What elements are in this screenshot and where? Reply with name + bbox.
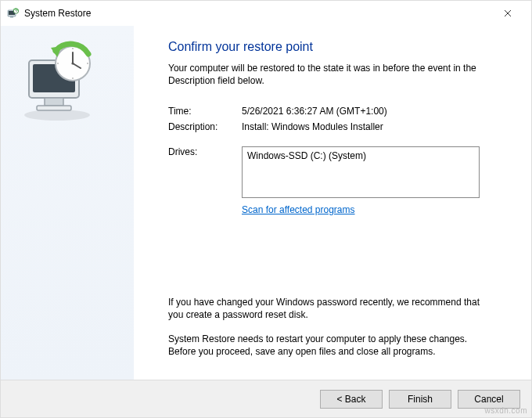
cancel-button[interactable]: Cancel xyxy=(458,390,520,409)
time-row: Time: 5/26/2021 6:36:27 AM (GMT+1:00) xyxy=(168,106,508,117)
restore-illustration-icon xyxy=(10,114,112,125)
svg-point-17 xyxy=(57,63,59,64)
drives-listbox[interactable]: Windows-SSD (C:) (System) xyxy=(242,146,480,198)
description-row: Description: Install: Windows Modules In… xyxy=(168,121,508,132)
finish-button[interactable]: Finish xyxy=(389,390,451,409)
watermark: wsxdn.com xyxy=(484,406,527,415)
restart-note: System Restore needs to restart your com… xyxy=(168,333,489,358)
svg-rect-2 xyxy=(10,16,13,18)
description-value: Install: Windows Modules Installer xyxy=(242,121,508,132)
wizard-footer: < Back Finish Cancel xyxy=(1,380,531,417)
wizard-main: Confirm your restore point Your computer… xyxy=(134,26,531,380)
page-subtext: Your computer will be restored to the st… xyxy=(168,62,489,87)
password-note: If you have changed your Windows passwor… xyxy=(168,296,489,321)
page-heading: Confirm your restore point xyxy=(168,40,508,54)
svg-point-16 xyxy=(72,77,74,79)
system-restore-window: System Restore xyxy=(0,0,532,418)
svg-point-14 xyxy=(72,48,74,49)
drives-label: Drives: xyxy=(168,146,242,198)
svg-rect-8 xyxy=(45,98,63,106)
wizard-body: Confirm your restore point Your computer… xyxy=(1,26,531,380)
time-label: Time: xyxy=(168,106,242,117)
scan-affected-programs-link[interactable]: Scan for affected programs xyxy=(242,204,355,215)
wizard-sidebar xyxy=(1,26,134,380)
svg-rect-9 xyxy=(37,106,71,110)
back-button[interactable]: < Back xyxy=(320,390,383,409)
drives-row: Drives: Windows-SSD (C:) (System) xyxy=(168,146,508,198)
notes-section: If you have changed your Windows passwor… xyxy=(168,296,508,369)
svg-point-5 xyxy=(24,110,90,121)
titlebar: System Restore xyxy=(1,1,531,26)
drive-item[interactable]: Windows-SSD (C:) (System) xyxy=(247,150,474,161)
svg-point-15 xyxy=(87,63,88,64)
time-value: 5/26/2021 6:36:27 AM (GMT+1:00) xyxy=(242,106,508,117)
description-label: Description: xyxy=(168,121,242,132)
close-button[interactable] xyxy=(491,2,525,24)
system-restore-icon xyxy=(7,7,20,20)
window-title: System Restore xyxy=(24,8,491,19)
